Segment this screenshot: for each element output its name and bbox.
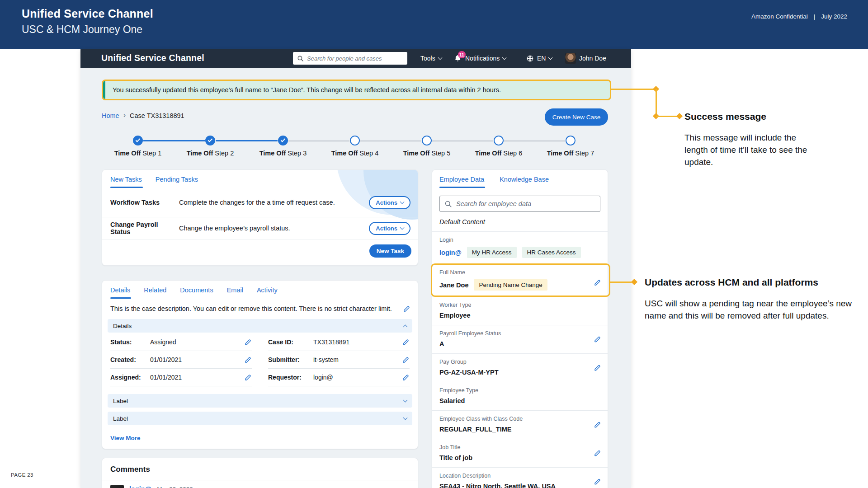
field-employee-type: Employee Type Salaried (432, 382, 608, 410)
step-dot-7[interactable] (566, 136, 576, 145)
language-menu[interactable]: EN (526, 49, 552, 68)
tab-pending-tasks[interactable]: Pending Tasks (156, 176, 198, 188)
pending-name-change-tag: Pending Name Change (474, 279, 547, 291)
field-worker-type: Worker Type Employee (432, 296, 608, 325)
stepper-segment (143, 140, 205, 141)
employee-search[interactable] (439, 196, 600, 212)
globe-icon (526, 55, 534, 62)
app-title: Unified Service Channel (101, 53, 204, 63)
pencil-icon[interactable] (403, 305, 410, 313)
tab-email[interactable]: Email (227, 286, 243, 299)
tab-documents[interactable]: Documents (180, 286, 213, 299)
view-more-link[interactable]: View More (110, 435, 141, 441)
breadcrumb-home-link[interactable]: Home (102, 112, 119, 119)
connector-diamond (676, 113, 683, 119)
pencil-icon[interactable] (594, 478, 601, 486)
pencil-icon[interactable] (244, 374, 252, 381)
step-label-2: Time Off Step 2 (187, 150, 234, 157)
details-accordion[interactable]: Details (108, 319, 412, 333)
tab-details[interactable]: Details (110, 286, 130, 299)
deck-banner: Unified Service Channel USC & HCM Journe… (0, 0, 868, 49)
step-dot-5[interactable] (422, 136, 432, 145)
pencil-icon[interactable] (402, 356, 410, 364)
step-dot-4[interactable] (350, 136, 360, 145)
pencil-icon[interactable] (594, 279, 601, 286)
tasks-card: New Tasks Pending Tasks Workflow Tasks C… (102, 169, 418, 266)
step-label-4: Time Off Step 4 (331, 150, 379, 157)
step-dot-2[interactable] (205, 136, 215, 145)
user-name: John Doe (579, 55, 606, 62)
step-dot-1[interactable] (133, 136, 143, 145)
user-menu[interactable]: John Doe (565, 49, 606, 68)
comment-author-link[interactable]: login@ (129, 485, 151, 488)
pencil-icon[interactable] (594, 421, 601, 429)
case-description: This is the case description. You can ed… (110, 305, 398, 312)
chevron-down-icon (403, 415, 408, 420)
chevron-down-icon (400, 199, 405, 204)
label-accordion[interactable]: Label (108, 412, 412, 425)
task-actions-button[interactable]: Actions (369, 196, 410, 209)
field-location-description: Location Description SEA43 - Nitro North… (432, 467, 608, 488)
app-header: Unified Service Channel Tools 11 Notific… (80, 49, 631, 68)
step-dot-6[interactable] (494, 136, 504, 145)
task-row: Workflow Tasks Complete the changes for … (102, 188, 418, 217)
success-banner-text: You successfully updated this employee’s… (113, 86, 501, 94)
pencil-icon[interactable] (244, 356, 252, 364)
tools-menu[interactable]: Tools (420, 49, 442, 68)
chevron-down-icon (548, 55, 553, 60)
annotation-success-body: This message will include the length of … (684, 131, 818, 168)
page-number: PAGE 23 (11, 472, 33, 478)
field-pay-group: Pay Group PG-AZ-USA-M-YPT (432, 353, 608, 382)
comment-avatar (110, 485, 124, 488)
field-employee-class: Employee Class with Class Code REGULAR_F… (432, 410, 608, 439)
step-dot-3[interactable] (278, 136, 288, 145)
deck-title: Unified Service Channel (22, 7, 153, 20)
stepper-segment (504, 141, 565, 141)
global-search[interactable] (293, 52, 407, 65)
language-label: EN (537, 55, 546, 62)
comment-date: Mar 30, 2022 (157, 486, 193, 488)
task-actions-button[interactable]: Actions (369, 222, 410, 235)
tab-knowledge-base[interactable]: Knowledge Base (500, 176, 549, 188)
annotation-success-title: Success message (684, 111, 766, 122)
tab-related[interactable]: Related (144, 286, 166, 299)
check-icon (136, 137, 141, 142)
comments-title: Comments (102, 458, 418, 480)
comments-card: Comments login@ Mar 30, 2022 (102, 458, 418, 488)
tab-new-tasks[interactable]: New Tasks (110, 176, 142, 188)
pencil-icon[interactable] (594, 450, 601, 457)
pencil-icon[interactable] (402, 338, 410, 346)
case-description-row: This is the case description. You can ed… (102, 299, 418, 313)
pencil-icon[interactable] (594, 364, 601, 372)
pencil-icon[interactable] (244, 338, 252, 346)
create-new-case-button[interactable]: Create New Case (545, 108, 608, 126)
stepper-segment (216, 140, 278, 141)
stepper-segment (360, 141, 421, 141)
search-input[interactable] (307, 55, 403, 62)
login-link[interactable]: login@ (439, 249, 462, 256)
tab-activity[interactable]: Activity (257, 286, 278, 299)
field-job-title: Job Title Title of job (432, 439, 608, 467)
app-window: Unified Service Channel Tools 11 Notific… (80, 49, 631, 488)
step-label-6: Time Off Step 6 (475, 150, 523, 157)
new-task-button[interactable]: New Task (369, 244, 411, 258)
employee-search-input[interactable] (456, 200, 595, 207)
annotation-updates-body: USC will show a pending tag near the emp… (645, 297, 859, 322)
annotation-updates-title: Updates across HCM and all platforms (645, 277, 818, 288)
notification-badge: 11 (458, 51, 466, 58)
task-name: Workflow Tasks (110, 199, 179, 206)
chevron-right-icon: › (123, 111, 126, 119)
details-fields: Status: Assigned Case ID: TX31318891 Cre… (110, 333, 410, 386)
notifications-menu[interactable]: 11 Notifications (454, 49, 506, 68)
pencil-icon[interactable] (594, 336, 601, 343)
field-status: Status: Assigned (110, 333, 252, 351)
chevron-down-icon (400, 225, 405, 230)
tools-label: Tools (420, 55, 435, 62)
check-icon (281, 137, 286, 142)
pencil-icon[interactable] (402, 374, 410, 381)
task-description: Complete the changes for the a time off … (179, 199, 369, 206)
label-accordion[interactable]: Label (108, 394, 412, 408)
check-icon (208, 137, 213, 142)
tab-employee-data[interactable]: Employee Data (439, 176, 484, 188)
default-content-label: Default Content (439, 218, 600, 225)
